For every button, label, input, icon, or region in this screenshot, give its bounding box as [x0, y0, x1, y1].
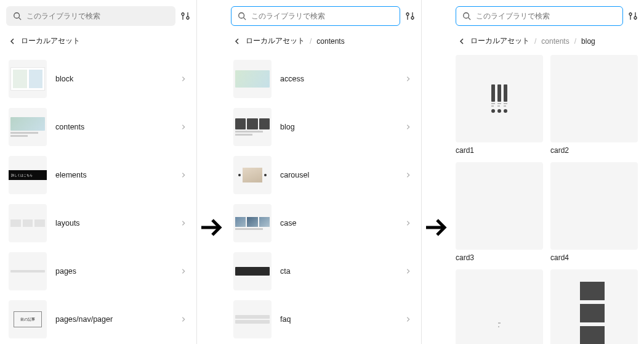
- list-item[interactable]: pages: [6, 247, 189, 295]
- search-input[interactable]: [26, 12, 169, 20]
- asset-list: blockcontents詳しくはこちらelementslayoutspages…: [6, 55, 190, 344]
- grid-card-label: card3: [456, 253, 543, 262]
- thumbnail: [550, 269, 638, 344]
- list-item-label: elements: [55, 171, 172, 179]
- svg-point-5: [187, 17, 189, 19]
- svg-point-12: [411, 17, 414, 19]
- chevron-right-icon: [405, 76, 411, 82]
- breadcrumb-separator: /: [574, 37, 576, 46]
- grid-card[interactable]: card3: [456, 162, 543, 262]
- grid-card[interactable]: card2: [550, 55, 638, 155]
- chevron-right-icon: [405, 124, 411, 130]
- breadcrumb-item[interactable]: contents: [316, 37, 344, 46]
- chevron-right-icon: [405, 316, 411, 322]
- svg-line-8: [244, 18, 246, 20]
- chevron-right-icon: [180, 124, 187, 130]
- filter-icon[interactable]: [628, 11, 638, 21]
- search-input[interactable]: [476, 12, 616, 20]
- thumbnail: [233, 204, 272, 242]
- list-item-label: contents: [55, 123, 172, 131]
- list-item[interactable]: carousel: [231, 151, 414, 199]
- list-item[interactable]: blog: [231, 103, 414, 151]
- grid-card-label: card1: [456, 146, 543, 155]
- assets-panel-1: ローカルアセット / contents accessblogcarouselca…: [225, 0, 422, 344]
- thumbnail: [233, 108, 272, 146]
- breadcrumb: ローカルアセット / contents / blog: [456, 33, 638, 55]
- breadcrumb: ローカルアセット: [6, 33, 190, 55]
- chevron-right-icon: [405, 268, 411, 274]
- thumbnail: [456, 162, 543, 250]
- back-chevron-icon[interactable]: [233, 38, 241, 45]
- list-item-label: faq: [280, 315, 396, 324]
- grid-card-label: card4: [550, 253, 638, 262]
- arrow-separator: [197, 111, 225, 344]
- arrow-right-icon: [424, 215, 448, 240]
- chevron-right-icon: [180, 76, 187, 82]
- chevron-right-icon: [180, 220, 187, 226]
- search-box[interactable]: [6, 6, 175, 26]
- svg-point-0: [14, 13, 20, 18]
- grid-card[interactable]: card4: [550, 162, 638, 262]
- list-item-label: carousel: [280, 171, 396, 179]
- list-item-label: blog: [280, 123, 396, 131]
- list-item[interactable]: case: [231, 199, 414, 247]
- thumbnail: [9, 204, 47, 242]
- list-item-label: pages: [55, 267, 172, 276]
- back-chevron-icon[interactable]: [9, 38, 16, 45]
- chevron-right-icon: [405, 220, 411, 226]
- filter-icon[interactable]: [405, 11, 415, 21]
- list-item-label: layouts: [55, 219, 172, 227]
- search-row: [456, 6, 638, 26]
- thumbnail: 前の記事: [9, 300, 47, 338]
- breadcrumb-item[interactable]: ローカルアセット: [246, 36, 305, 46]
- thumbnail: [550, 55, 638, 142]
- search-row: [6, 6, 190, 26]
- breadcrumb: ローカルアセット / contents: [231, 33, 415, 55]
- breadcrumb-separator: /: [534, 37, 536, 46]
- list-item-label: cta: [280, 267, 396, 276]
- search-box[interactable]: [231, 6, 400, 26]
- search-row: [231, 6, 415, 26]
- grid-card[interactable]: card1: [456, 55, 543, 155]
- breadcrumb-item[interactable]: blog: [581, 37, 595, 46]
- list-item[interactable]: faq: [231, 295, 414, 343]
- search-input[interactable]: [251, 12, 393, 20]
- breadcrumb-item[interactable]: ローカルアセット: [21, 36, 80, 46]
- breadcrumb-separator: /: [310, 37, 312, 46]
- thumbnail: [456, 55, 543, 142]
- chevron-right-icon: [180, 316, 187, 322]
- breadcrumb-item[interactable]: contents: [541, 37, 569, 46]
- thumbnail: [9, 252, 47, 290]
- list-item-label: case: [280, 219, 396, 227]
- svg-point-10: [406, 13, 409, 15]
- filter-icon[interactable]: [180, 11, 190, 21]
- search-icon: [13, 12, 22, 20]
- svg-point-3: [182, 13, 184, 15]
- list-item[interactable]: access: [231, 55, 414, 103]
- asset-list: accessblogcarouselcasectafaq: [231, 55, 415, 344]
- svg-point-17: [629, 13, 632, 15]
- arrow-separator: [422, 111, 449, 344]
- thumbnail: [9, 60, 47, 98]
- thumbnail: [233, 60, 272, 98]
- list-item[interactable]: 詳しくはこちらelements: [6, 151, 189, 199]
- assets-panel-2: ローカルアセット / contents / blog card1card2car…: [449, 0, 644, 344]
- grid-card[interactable]: card5: [456, 269, 543, 344]
- breadcrumb-item[interactable]: ローカルアセット: [470, 36, 529, 46]
- list-item[interactable]: block: [6, 55, 189, 103]
- grid-card[interactable]: list1: [550, 269, 638, 344]
- grid-card-label: card2: [550, 146, 638, 155]
- back-chevron-icon[interactable]: [458, 38, 465, 45]
- list-item[interactable]: 前の記事pages/nav/pager: [6, 295, 189, 343]
- chevron-right-icon: [180, 172, 187, 178]
- list-item-label: block: [55, 75, 172, 83]
- list-item[interactable]: cta: [231, 247, 414, 295]
- asset-grid: card1card2card3card4card5list1: [456, 55, 638, 344]
- search-box[interactable]: [456, 6, 623, 26]
- thumbnail: [233, 156, 272, 194]
- thumbnail: [233, 300, 272, 338]
- list-item[interactable]: contents: [6, 103, 189, 151]
- thumbnail: [233, 252, 272, 290]
- svg-line-15: [469, 18, 471, 20]
- list-item[interactable]: layouts: [6, 199, 189, 247]
